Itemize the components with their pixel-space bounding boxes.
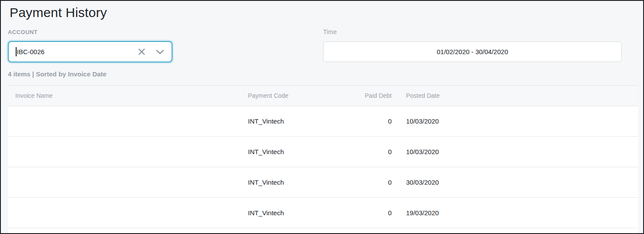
posted-date-cell: 10/03/2020 [392, 106, 638, 137]
time-range-input[interactable] [323, 41, 622, 62]
paid-debt-cell: 0 [341, 167, 392, 198]
column-header-posted-date[interactable]: Posted Date [392, 85, 638, 106]
invoice-name-cell [8, 167, 241, 198]
invoice-name-cell [8, 137, 241, 167]
column-header-payment-code[interactable]: Payment Code [241, 85, 341, 106]
paid-debt-cell: 0 [341, 198, 392, 228]
invoice-name-cell [8, 198, 241, 228]
table-row[interactable]: INT_Vintech 0 19/03/2020 [8, 198, 638, 228]
account-input[interactable] [17, 48, 136, 55]
table-row[interactable]: INT_Vintech 0 30/03/2020 [8, 167, 638, 198]
payment-history-page: Payment History ACCOUNT Time 4 items | S… [0, 0, 644, 234]
payment-code-cell: INT_Vintech [241, 137, 341, 167]
posted-date-cell: 30/03/2020 [392, 167, 638, 198]
payment-code-cell: INT_Vintech [241, 106, 341, 137]
column-header-paid-debt[interactable]: Paid Debt [341, 85, 392, 106]
column-header-invoice-name[interactable]: Invoice Name [8, 85, 241, 106]
paid-debt-cell: 0 [341, 137, 392, 167]
posted-date-cell: 10/03/2020 [392, 137, 638, 167]
x-clear-icon [138, 48, 145, 55]
table-row[interactable]: INT_Vintech 0 10/03/2020 [8, 106, 638, 137]
clear-account-button[interactable] [136, 46, 147, 58]
account-dropdown-button[interactable] [154, 46, 165, 58]
payment-code-cell: INT_Vintech [241, 198, 341, 228]
page-title: Payment History [10, 5, 107, 20]
table-overflow-strip [8, 228, 638, 233]
account-label: ACCOUNT [8, 29, 38, 35]
invoice-name-cell [8, 106, 241, 137]
results-summary: 4 items | Sorted by Invoice Date [8, 70, 107, 78]
table-row[interactable]: INT_Vintech 0 10/03/2020 [8, 137, 638, 167]
account-combobox[interactable] [8, 41, 172, 62]
table-header-row: Invoice Name Payment Code Paid Debt Post… [8, 85, 638, 106]
paid-debt-cell: 0 [341, 106, 392, 137]
posted-date-cell: 19/03/2020 [392, 198, 638, 228]
payment-code-cell: INT_Vintech [241, 167, 341, 198]
text-caret [16, 47, 17, 56]
time-label: Time [323, 28, 337, 35]
payment-table: Invoice Name Payment Code Paid Debt Post… [8, 85, 638, 233]
chevron-down-icon [156, 49, 164, 55]
